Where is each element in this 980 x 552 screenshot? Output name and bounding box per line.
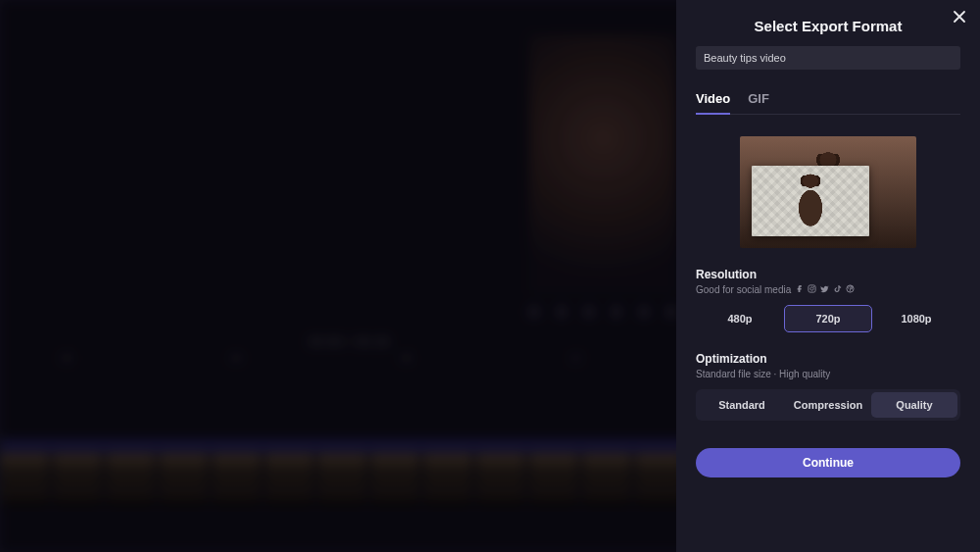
optimization-section: Optimization Standard file size · High q…	[696, 352, 960, 421]
resolution-480p[interactable]: 480p	[696, 305, 784, 332]
panel-header: Select Export Format	[696, 0, 960, 34]
resolution-section: Resolution Good for social media 480p 72…	[696, 268, 960, 332]
svg-rect-0	[808, 285, 815, 292]
svg-point-1	[810, 287, 813, 290]
close-icon	[953, 13, 966, 26]
optimization-heading: Optimization	[696, 352, 960, 366]
export-panel: Select Export Format Video GIF Resolutio…	[676, 0, 980, 552]
pinterest-icon	[846, 284, 855, 295]
optimization-sub: Standard file size · High quality	[696, 369, 960, 379]
svg-point-2	[813, 286, 814, 287]
social-icons	[795, 284, 855, 295]
resolution-options: 480p 720p 1080p	[696, 305, 960, 332]
resolution-1080p[interactable]: 1080p	[872, 305, 960, 332]
filename-input[interactable]	[696, 46, 960, 70]
optimization-sub-text: Standard file size · High quality	[696, 369, 830, 379]
optimization-quality[interactable]: Quality	[871, 392, 957, 418]
continue-button[interactable]: Continue	[696, 448, 960, 477]
resolution-sub: Good for social media	[696, 284, 960, 295]
resolution-720p[interactable]: 720p	[784, 305, 872, 332]
close-button[interactable]	[951, 10, 968, 27]
twitter-icon	[820, 284, 829, 295]
resolution-heading: Resolution	[696, 268, 960, 281]
facebook-icon	[795, 284, 804, 295]
tiktok-icon	[833, 284, 842, 295]
optimization-compression[interactable]: Compression	[785, 392, 871, 418]
optimization-standard[interactable]: Standard	[699, 392, 785, 418]
preview-dog-fg	[790, 172, 831, 230]
panel-title: Select Export Format	[696, 18, 960, 34]
tab-gif[interactable]: GIF	[748, 91, 769, 114]
export-preview	[740, 136, 916, 248]
preview-inset	[752, 166, 869, 236]
format-tabs: Video GIF	[696, 91, 960, 115]
tab-video[interactable]: Video	[696, 91, 730, 114]
resolution-sub-text: Good for social media	[696, 284, 791, 295]
optimization-options: Standard Compression Quality	[696, 389, 960, 421]
instagram-icon	[808, 284, 816, 295]
